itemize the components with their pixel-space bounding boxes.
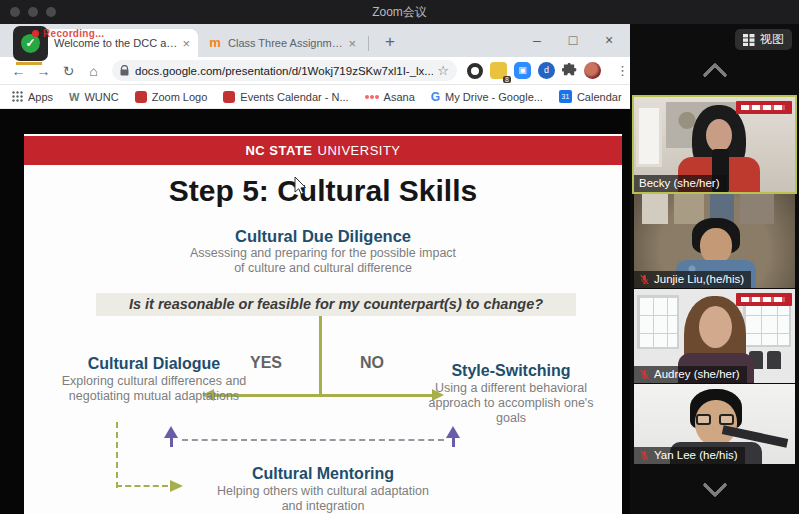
participants-sidebar: 视图 Becky (she/her) xyxy=(630,24,799,514)
asana-icon xyxy=(365,95,379,99)
participant-tile-yan[interactable]: Yan Lee (he/his) xyxy=(634,384,795,464)
switching-body: Using a different behavioral approach to… xyxy=(416,381,606,425)
purple-up-arrow-left-icon xyxy=(164,426,178,447)
participant-tile-junjie[interactable]: Junjie Liu,(he/his) xyxy=(634,194,795,288)
browser-tab-assignment[interactable]: m Class Three Assignment: Discuss × xyxy=(202,29,362,57)
mentoring-body: Helping others with cultural adaptation … xyxy=(211,484,436,514)
zoom-titlebar: Zoom会议 xyxy=(0,0,799,24)
nc-state-banner: NC STATEUNIVERSITY xyxy=(24,136,622,165)
question-bar: Is it reasonable or feasible for my coun… xyxy=(96,293,576,316)
participant-name-label: Junjie Liu,(he/his) xyxy=(634,271,751,288)
mentoring-heading: Cultural Mentoring xyxy=(193,465,453,483)
bookmark-my-drive[interactable]: G My Drive - Google... xyxy=(431,90,543,104)
bookmark-apps[interactable]: Apps xyxy=(12,91,53,103)
mouse-cursor-icon xyxy=(294,176,307,195)
chrome-menu-icon[interactable]: ⋮ xyxy=(616,63,629,78)
nc-state-watermark xyxy=(736,101,792,114)
muted-mic-icon xyxy=(639,450,650,461)
window-minimize-button[interactable]: – xyxy=(522,32,552,48)
extension-icons: 8 ▣ d ⋮ xyxy=(467,62,629,79)
zoom-extension-icon[interactable]: ▣ xyxy=(514,62,531,79)
home-icon[interactable]: ⌂ xyxy=(81,63,106,79)
slide: NC STATEUNIVERSITY Step 5: Cultural Skil… xyxy=(24,134,622,514)
recording-indicator: Recording... xyxy=(32,28,104,39)
tab-close-icon[interactable]: × xyxy=(348,36,356,51)
address-bar[interactable]: docs.google.com/presentation/d/1Wokj719z… xyxy=(112,60,457,81)
presentation-viewport: NC STATEUNIVERSITY Step 5: Cultural Skil… xyxy=(0,109,630,514)
bookmark-star-icon[interactable]: ☆ xyxy=(437,63,449,78)
browser-toolbar: ← → ↻ ⌂ docs.google.com/presentation/d/1… xyxy=(0,57,630,85)
dashed-olive-horizontal-line xyxy=(116,485,168,487)
google-g-icon: G xyxy=(431,90,440,104)
tab-close-icon[interactable]: × xyxy=(182,36,190,51)
record-extension-icon[interactable] xyxy=(467,63,483,79)
tab-title: Class Three Assignment: Discuss xyxy=(228,37,344,49)
view-grid-icon xyxy=(743,34,755,46)
lock-icon xyxy=(120,65,129,76)
shared-screen-browser: ✓ Recording... Welcome to the DCC at NC … xyxy=(0,24,630,514)
olive-arrowhead-icon xyxy=(170,480,183,492)
dashed-connector-line xyxy=(182,439,444,441)
bookmarks-bar: Apps W WUNC Zoom Logo Events Calendar - … xyxy=(0,85,630,109)
participant-tile-audrey[interactable]: Audrey (she/her) xyxy=(634,289,795,383)
dialogue-body: Exploring cultural differences and negot… xyxy=(52,374,256,404)
tab-separator xyxy=(368,36,369,51)
participant-tile-becky[interactable]: Becky (she/her) xyxy=(634,97,795,192)
moodle-icon: m xyxy=(208,36,222,50)
flow-vertical-line xyxy=(319,316,322,396)
view-button[interactable]: 视图 xyxy=(735,29,792,50)
muted-mic-icon xyxy=(639,274,650,285)
purple-up-arrow-right-icon xyxy=(446,426,460,447)
recording-dot-icon xyxy=(32,30,39,37)
due-diligence-body: Assessing and preparing for the possible… xyxy=(188,246,458,276)
minimize-traffic-icon[interactable] xyxy=(28,7,38,17)
cultural-dialogue-block: Cultural Dialogue Exploring cultural dif… xyxy=(42,355,266,404)
wunc-icon: W xyxy=(69,91,79,103)
due-diligence-heading: Cultural Due Diligence xyxy=(24,227,622,246)
window-title: Zoom会议 xyxy=(372,4,427,21)
blue-extension-icon[interactable]: d xyxy=(538,62,555,79)
glasses-decor xyxy=(696,414,711,425)
bookmark-events-calendar[interactable]: Events Calendar - N... xyxy=(223,91,348,103)
chevron-down-icon[interactable] xyxy=(704,476,726,498)
chevron-up-icon[interactable] xyxy=(704,60,726,82)
participant-name-label: Becky (she/her) xyxy=(634,175,727,192)
no-label: NO xyxy=(342,354,402,372)
puzzle-extensions-icon[interactable] xyxy=(562,63,577,78)
dashed-olive-vertical-line xyxy=(116,422,118,488)
browser-tabstrip: ✓ Recording... Welcome to the DCC at NC … xyxy=(0,24,630,57)
window-maximize-button[interactable]: □ xyxy=(558,32,588,48)
style-switching-block: Style-Switching Using a different behavi… xyxy=(406,362,616,425)
profile-avatar-icon[interactable] xyxy=(584,62,601,79)
nc-state-watermark xyxy=(736,293,792,306)
apps-grid-icon xyxy=(12,91,23,102)
bookmark-calendar[interactable]: 31 Calendar xyxy=(559,90,622,103)
maximize-traffic-icon[interactable] xyxy=(46,7,56,17)
participant-name-label: Audrey (she/her) xyxy=(634,366,747,383)
macos-traffic-lights[interactable] xyxy=(10,7,56,17)
cultural-mentoring-block: Cultural Mentoring Helping others with c… xyxy=(193,465,453,514)
participant-name-label: Yan Lee (he/his) xyxy=(634,447,745,464)
zoom-logo-icon xyxy=(135,91,147,103)
events-calendar-icon xyxy=(223,91,235,103)
window-close-button[interactable]: × xyxy=(594,32,624,48)
dialogue-heading: Cultural Dialogue xyxy=(42,355,266,373)
muted-mic-icon xyxy=(639,369,650,380)
google-calendar-icon: 31 xyxy=(559,90,572,103)
new-tab-button[interactable]: + xyxy=(378,30,402,54)
bookmark-zoom-logo[interactable]: Zoom Logo xyxy=(135,91,208,103)
url-text: docs.google.com/presentation/d/1Wokj719z… xyxy=(135,65,433,77)
notes-extension-icon[interactable]: 8 xyxy=(490,62,507,79)
slide-title: Step 5: Cultural Skills xyxy=(24,174,622,208)
close-traffic-icon[interactable] xyxy=(10,7,20,17)
bookmark-wunc[interactable]: W WUNC xyxy=(69,91,119,103)
zoom-meeting-window: Zoom会议 ✓ Recording... Welcome to the DCC… xyxy=(0,0,799,514)
switching-heading: Style-Switching xyxy=(406,362,616,380)
extension-badge: 8 xyxy=(503,76,511,83)
window-decor xyxy=(636,105,662,167)
shield-underline-bar xyxy=(16,62,42,65)
bookmark-asana[interactable]: Asana xyxy=(365,91,415,103)
reload-icon[interactable]: ↻ xyxy=(56,63,81,79)
